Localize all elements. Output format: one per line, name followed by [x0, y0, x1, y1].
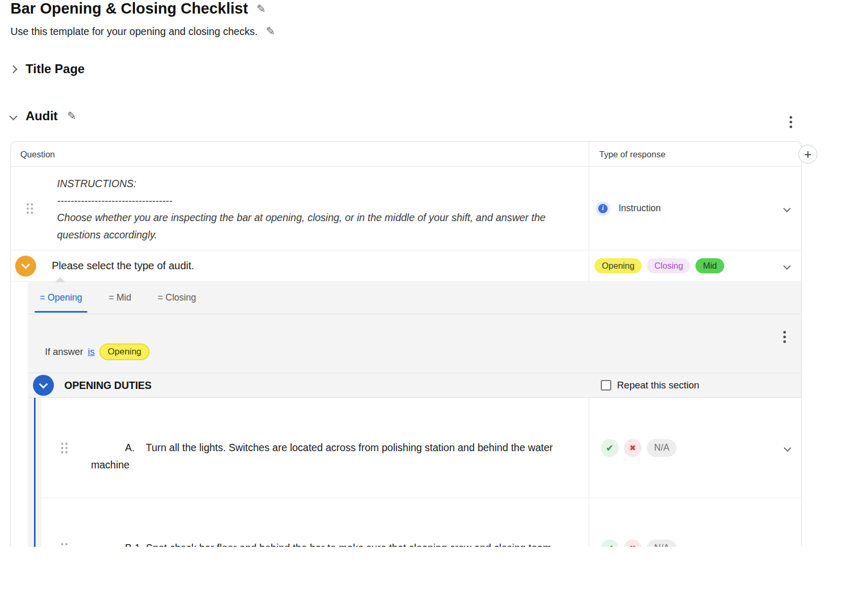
section-title: OPENING DUTIES — [64, 380, 152, 392]
audit-type-response-cell[interactable]: Opening Closing Mid — [589, 250, 801, 281]
instruction-line3: Choose whether you are inspecting the ba… — [57, 209, 554, 243]
check-icon[interactable]: ✔ — [601, 439, 619, 457]
title-page-section-header[interactable]: Title Page — [10, 62, 85, 76]
chevron-down-icon[interactable] — [9, 112, 18, 120]
repeat-section-label: Repeat this section — [617, 380, 699, 391]
logic-tab-closing[interactable]: = Closing — [152, 292, 201, 312]
audit-type-question-cell[interactable]: Please select the type of audit. — [11, 250, 589, 281]
condition-operator-link[interactable]: is — [88, 347, 95, 358]
instruction-line1: INSTRUCTIONS: — [57, 175, 554, 192]
chevron-down-icon[interactable] — [784, 444, 791, 451]
page-title: Bar Opening & Closing Checklist — [10, 0, 248, 17]
question-text-cell[interactable]: A. Turn all the lights. Switches are loc… — [41, 398, 589, 498]
condition-kebab-menu-icon[interactable] — [781, 329, 788, 345]
audit-question-table: Question Type of response INSTRUCTIONS: … — [10, 141, 802, 547]
chevron-down-icon[interactable] — [783, 204, 791, 212]
response-column-header: Type of response — [599, 150, 666, 159]
logic-panel-notch — [55, 277, 65, 282]
table-header-row: Question Type of response — [11, 142, 801, 167]
edit-title-pencil-icon[interactable]: ✎ — [256, 3, 266, 15]
drag-handle-icon[interactable] — [27, 203, 33, 214]
chevron-down-icon[interactable] — [784, 544, 791, 547]
audit-kebab-menu-icon[interactable] — [787, 114, 794, 130]
collapse-logic-button[interactable] — [15, 256, 36, 277]
question-response-cell[interactable]: ✔ ✖ N/A — [589, 398, 802, 498]
instruction-row: INSTRUCTIONS: --------------------------… — [11, 167, 801, 250]
instruction-question-cell[interactable]: INSTRUCTIONS: --------------------------… — [11, 167, 589, 250]
logic-panel: = Opening = Mid = Closing If answer is O… — [28, 282, 802, 547]
response-chip-mid[interactable]: Mid — [695, 258, 724, 273]
logic-tabs: = Opening = Mid = Closing — [28, 282, 802, 314]
logic-tab-mid[interactable]: = Mid — [104, 292, 136, 312]
title-page-label: Title Page — [26, 62, 85, 76]
add-question-button[interactable]: + — [798, 145, 817, 164]
condition-prefix: If answer — [45, 347, 83, 358]
repeat-section-checkbox[interactable] — [601, 380, 611, 391]
response-chip-closing[interactable]: Closing — [647, 258, 690, 273]
question-text: B.1 Spot check bar floor and behind the … — [91, 542, 554, 547]
edit-audit-pencil-icon[interactable]: ✎ — [67, 110, 76, 122]
question-column-header: Question — [20, 150, 55, 159]
question-row-a: A. Turn all the lights. Switches are loc… — [41, 398, 802, 498]
check-icon[interactable]: ✔ — [601, 539, 619, 547]
na-option[interactable]: N/A — [647, 439, 677, 457]
chevron-right-icon[interactable] — [9, 65, 18, 73]
logic-condition-row: If answer is Opening — [28, 314, 802, 373]
section-question-list: A. Turn all the lights. Switches are loc… — [41, 398, 802, 547]
chevron-down-icon[interactable] — [783, 262, 791, 269]
cross-icon[interactable]: ✖ — [624, 539, 642, 547]
question-response-cell[interactable]: ✔ ✖ N/A — [589, 498, 802, 547]
page-title-row: Bar Opening & Closing Checklist ✎ — [10, 0, 266, 17]
question-text-cell[interactable]: B.1 Spot check bar floor and behind the … — [41, 498, 589, 547]
instruction-info-icon: i — [596, 201, 610, 216]
logic-tab-opening[interactable]: = Opening — [35, 292, 87, 312]
audit-type-question-text: Please select the type of audit. — [52, 260, 194, 272]
section-accent-line — [34, 398, 36, 547]
question-row-b1: B.1 Spot check bar floor and behind the … — [41, 498, 802, 547]
na-option[interactable]: N/A — [647, 539, 677, 547]
drag-handle-icon[interactable] — [61, 543, 67, 547]
condition-value-chip[interactable]: Opening — [99, 343, 150, 360]
audit-type-question-row: Please select the type of audit. Opening… — [11, 250, 801, 282]
page-subtitle-row: Use this template for your opening and c… — [10, 25, 275, 38]
edit-subtitle-pencil-icon[interactable]: ✎ — [266, 25, 276, 38]
response-chip-opening[interactable]: Opening — [595, 258, 642, 273]
page-subtitle: Use this template for your opening and c… — [10, 26, 258, 38]
question-text: A. Turn all the lights. Switches are loc… — [91, 442, 556, 470]
plus-icon: + — [804, 147, 812, 162]
response-chip-set: Opening Closing Mid — [589, 258, 724, 273]
column-divider — [589, 142, 589, 166]
collapse-section-button[interactable] — [33, 375, 54, 396]
opening-duties-section-header: OPENING DUTIES Repeat this section — [28, 373, 802, 398]
response-type-label: Instruction — [619, 203, 661, 214]
drag-handle-icon[interactable] — [61, 443, 67, 453]
cross-icon[interactable]: ✖ — [624, 439, 642, 457]
audit-section-header[interactable]: Audit ✎ — [10, 109, 76, 123]
template-builder-page: Bar Opening & Closing Checklist ✎ Use th… — [0, 0, 868, 597]
audit-label: Audit — [26, 109, 58, 123]
repeat-section-control: Repeat this section — [601, 380, 699, 391]
instruction-response-cell[interactable]: i Instruction — [589, 167, 801, 250]
instruction-line2: ---------------------------------- — [57, 192, 554, 210]
